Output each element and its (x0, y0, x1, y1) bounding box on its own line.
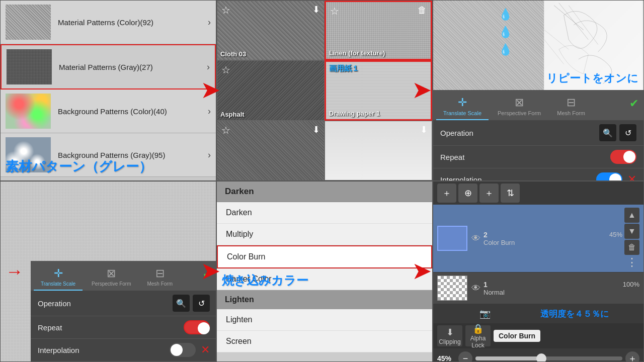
tab-mesh-label: Mesh Form (557, 110, 585, 116)
download-icon-asphalt2: ⬇ (312, 124, 320, 135)
pattern-label-3: Background Patterns (Color)(40) (58, 107, 208, 116)
tex-drawing2[interactable]: ⬇ (325, 121, 432, 180)
operation-buttons-bl: 🔍 ↺ (173, 295, 210, 312)
pattern-label-1: Material Patterns (Color)(92) (58, 18, 208, 27)
colorburn-badge[interactable]: Color Burn (494, 330, 540, 342)
settings-panel-top-right: ✛ Translate Scale ⊠ Perspective Form ⊟ M… (433, 90, 643, 180)
add-layer-btn[interactable]: ＋ (437, 184, 456, 203)
blend-section-lighten: Lighten (217, 290, 432, 309)
settings-interpolation-row: Interpolation ✕ (433, 168, 643, 181)
interpolation-label: Interpolation (440, 175, 596, 182)
tex-asphalt[interactable]: ☆ Asphalt (217, 60, 325, 120)
tex-label-drawing: Drawing paper 1 (329, 110, 380, 117)
alpha-lock-btn[interactable]: 🔒 Alpha Lock (465, 325, 491, 346)
interp-row-bl: Interpolation ✕ (31, 339, 216, 361)
blend-darken[interactable]: Darken (217, 202, 432, 224)
flip-btn[interactable]: ⇅ (501, 184, 520, 203)
tex-label-asphalt: Asphalt (220, 111, 245, 118)
perspective-icon: ⊠ (515, 96, 524, 109)
pattern-thumb-color (6, 5, 51, 40)
cell-bottom-left: → ✛ Translate Scale ⊠ Perspective Form ⊟… (0, 181, 216, 362)
tab-perspective-bl[interactable]: ⊠ Perspective Form (85, 264, 138, 291)
layer-delete-btn[interactable]: 🗑 (624, 240, 639, 255)
opacity-decrease-btn[interactable]: − (458, 351, 472, 362)
star-icon-asphalt2: ☆ (221, 124, 230, 136)
tex-asphalt2[interactable]: ☆ ⬇ (217, 121, 325, 180)
repeat-label-bl: Repeat (38, 323, 184, 332)
camera-btn[interactable]: 📷 (433, 304, 536, 323)
close-bl[interactable]: ✕ (201, 343, 210, 356)
japanese-repeat-label: リピートをオンに (546, 71, 638, 86)
search-btn-bl[interactable]: 🔍 (173, 295, 190, 312)
mesh-label-bl: Mesh Form (147, 281, 173, 287)
layer-move-up-btn[interactable]: ▲ (624, 208, 639, 223)
eye-icon-1[interactable]: 👁 (471, 283, 480, 294)
star-icon-linen: ☆ (330, 5, 339, 17)
interpolation-toggle[interactable] (596, 172, 622, 181)
layer-side-tools-2: ▲ ▼ 🗑 ⋮ (624, 208, 639, 269)
toggle-knob-repeat-bl (198, 322, 210, 334)
add-layer-below-btn[interactable]: ⊕ (458, 184, 477, 203)
blend-section-darken: Darken (217, 182, 432, 202)
tab-perspective[interactable]: ⊠ Perspective Form (491, 93, 548, 120)
blend-colorburn[interactable]: Color Burn (217, 245, 432, 268)
tex-linen[interactable]: ☆ 🗑 Linen (for texture) (325, 1, 432, 60)
cell-top-left: Material Patterns (Color)(92) › Material… (0, 0, 216, 181)
reset-btn[interactable]: ↺ (619, 124, 636, 141)
star-icon-asphalt: ☆ (221, 64, 230, 76)
layer-item-2[interactable]: 👁 2 45% Color Burn ▲ ▼ 🗑 ⋮ (433, 205, 643, 273)
interp-label-bl: Interpolation (38, 346, 170, 354)
close-settings-btn[interactable]: ✕ (627, 173, 636, 181)
add-layer-btn2[interactable]: ＋ (479, 184, 499, 203)
mesh-icon: ⊟ (567, 96, 576, 109)
check-icon-bl[interactable]: ✔ (203, 268, 212, 281)
layer-opacity-2: 45% (609, 231, 622, 238)
layer-item-1[interactable]: 👁 1 100% Normal (433, 273, 643, 304)
repeat-label: Repeat (440, 153, 610, 161)
settings-panel-bottom-left: ✛ Translate Scale ⊠ Perspective Form ⊟ M… (31, 261, 216, 361)
pattern-arrow-2: › (207, 62, 210, 72)
blend-screen[interactable]: Screen (217, 331, 432, 352)
repeat-toggle-bl[interactable] (184, 320, 210, 334)
pattern-arrow-3: › (208, 106, 211, 117)
pattern-label-2: Material Patterns (Gray)(27) (59, 63, 207, 71)
layer-blend-1: Normal (484, 289, 639, 296)
interp-toggle-bl[interactable] (170, 343, 196, 357)
layer-move-down-btn[interactable]: ▼ (624, 224, 639, 239)
opacity-increase-btn[interactable]: ＋ (625, 351, 639, 362)
eye-icon-2[interactable]: 👁 (471, 233, 480, 244)
tex-cloth[interactable]: ☆ ⬇ Cloth 03 (217, 1, 325, 60)
opacity-fill (475, 356, 541, 360)
toggle-knob-interp (609, 173, 621, 181)
alpha-lock-icon: 🔒 (472, 323, 484, 334)
reset-btn-bl[interactable]: ↺ (193, 295, 210, 312)
tab-mesh[interactable]: ⊟ Mesh Form (550, 93, 592, 120)
tab-translate-scale[interactable]: ✛ Translate Scale (436, 93, 489, 120)
clipping-label: Clipping (439, 338, 460, 345)
layer-info-1: 1 100% Normal (484, 281, 639, 296)
blend-lighten[interactable]: Lighten (217, 309, 432, 331)
search-btn[interactable]: 🔍 (599, 124, 616, 141)
tab-translate-bl[interactable]: ✛ Translate Scale (34, 264, 83, 291)
settings-tabs-bl: ✛ Translate Scale ⊠ Perspective Form ⊟ M… (31, 261, 216, 291)
clipping-btn[interactable]: ⬇ Clipping (437, 325, 462, 346)
opacity-slider[interactable] (475, 356, 622, 360)
settings-tabs: ✛ Translate Scale ⊠ Perspective Form ⊟ M… (433, 90, 643, 120)
check-icon[interactable]: ✔ (629, 97, 638, 110)
more-options-btn[interactable]: ⋮ (624, 256, 639, 269)
layer-name-row-2: 2 45% (484, 231, 622, 239)
pattern-item-3[interactable]: Background Patterns (Color)(40) › (1, 89, 216, 133)
pattern-item-selected[interactable]: Material Patterns (Gray)(27) › (1, 44, 216, 89)
delete-icon-linen: 🗑 (418, 5, 427, 16)
mesh-icon-bl: ⊟ (155, 267, 165, 280)
pattern-item[interactable]: Material Patterns (Color)(92) › (1, 1, 216, 44)
perspective-icon-bl: ⊠ (107, 267, 116, 280)
tex-label-cloth: Cloth 03 (220, 50, 246, 58)
settings-repeat-row: Repeat (433, 146, 643, 168)
pattern-arrow-4: › (208, 150, 211, 160)
repeat-toggle[interactable] (610, 150, 636, 164)
tab-mesh-bl[interactable]: ⊟ Mesh Form (140, 264, 180, 291)
blend-multiply[interactable]: Multiply (217, 224, 432, 245)
repeat-row-bl: Repeat (31, 316, 216, 339)
tex-drawing[interactable]: Drawing paper 1 画用紙１ (325, 60, 432, 120)
